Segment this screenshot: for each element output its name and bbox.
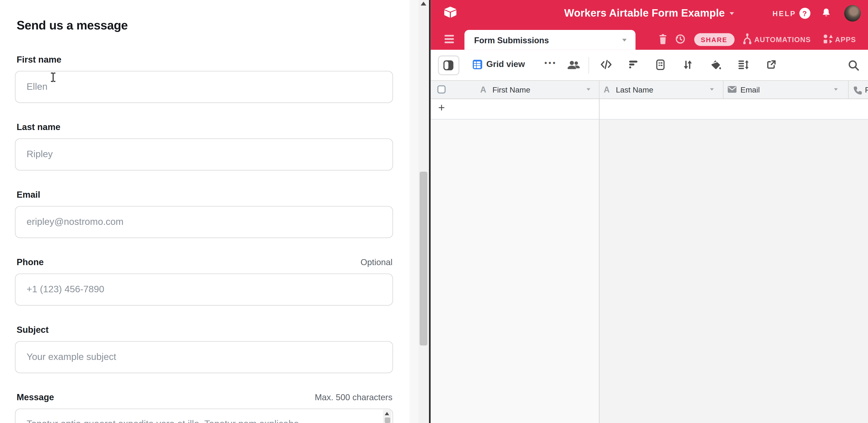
scrollbar-gutter (410, 0, 418, 423)
apps-button[interactable]: APPS (835, 35, 856, 44)
textarea-scrollbar-thumb[interactable] (384, 418, 390, 423)
subject-label: Subject (17, 325, 49, 335)
form-heading: Send us a message (17, 18, 128, 33)
contact-form-panel: Send us a message First name Last name E… (0, 0, 410, 423)
sidebar-panel-icon (443, 60, 453, 70)
hide-fields-icon[interactable] (600, 59, 612, 71)
filter-icon[interactable] (627, 59, 640, 71)
view-name-button[interactable]: Grid view (486, 59, 525, 69)
page-scrollbar[interactable] (410, 0, 429, 423)
sidebar-menu-icon[interactable] (444, 35, 454, 43)
notifications-bell-icon[interactable] (820, 7, 831, 18)
sort-icon[interactable] (682, 59, 694, 71)
share-view-icon[interactable] (766, 59, 778, 71)
column-divider[interactable] (848, 81, 848, 99)
share-label: SHARE (701, 36, 727, 43)
automations-button[interactable]: AUTOMATIONS (754, 35, 811, 44)
message-maxchars-note: Max. 500 characters (315, 393, 392, 402)
grid-view-icon (472, 60, 482, 69)
trash-icon[interactable] (658, 34, 667, 44)
page-scrollbar-thumb[interactable] (420, 172, 427, 345)
base-title[interactable]: Workers Airtable Form Example (564, 7, 725, 19)
email-input[interactable] (15, 206, 393, 238)
column-caret-icon[interactable] (710, 88, 713, 90)
column-divider[interactable] (723, 81, 723, 99)
grid-body-left (430, 120, 599, 423)
help-circle-icon[interactable]: ? (799, 8, 810, 19)
table-tab-caret-icon (622, 38, 626, 41)
column-header-email[interactable]: Email (740, 85, 760, 94)
search-icon[interactable] (847, 59, 860, 71)
table-tab-label: Form Submissions (474, 35, 622, 44)
subject-input[interactable] (15, 341, 393, 373)
message-field-group: Message Max. 500 characters (15, 393, 393, 423)
column-caret-icon[interactable] (586, 88, 590, 90)
last-name-input[interactable] (15, 138, 393, 171)
collaborators-icon[interactable] (566, 60, 580, 70)
column-caret-icon[interactable] (834, 88, 837, 90)
first-name-field-group: First name (15, 55, 393, 103)
message-label: Message (17, 393, 54, 402)
phone-input[interactable] (15, 273, 393, 306)
email-label: Email (17, 190, 40, 200)
view-toolbar: Grid view ••• (430, 50, 868, 80)
question-mark: ? (802, 9, 807, 18)
email-field-group: Email (15, 190, 393, 238)
phone-field-type-icon (853, 86, 862, 95)
table-tab-form-submissions[interactable]: Form Submissions (464, 30, 635, 50)
history-icon[interactable] (674, 33, 686, 45)
text-cursor (50, 72, 56, 82)
grid-column-line (599, 99, 599, 423)
row-height-icon[interactable] (737, 59, 749, 71)
last-name-label: Last name (17, 122, 60, 132)
plus-icon[interactable]: + (438, 101, 445, 114)
more-icon[interactable]: ••• (545, 59, 557, 67)
phone-field-group: Phone Optional (15, 258, 393, 306)
share-button[interactable]: SHARE (694, 33, 734, 46)
group-icon[interactable] (655, 59, 667, 71)
first-name-input[interactable] (15, 71, 393, 103)
message-textarea[interactable] (15, 409, 393, 423)
color-icon[interactable] (710, 59, 722, 71)
column-header-phone[interactable]: Phone (865, 85, 868, 94)
text-field-type-icon: A (480, 85, 486, 94)
text-field-type-icon: A (604, 85, 610, 94)
textarea-scrollbar[interactable] (383, 410, 392, 423)
column-divider[interactable] (599, 81, 599, 99)
user-avatar[interactable] (844, 5, 860, 22)
select-all-checkbox[interactable] (437, 85, 445, 93)
column-header-first-name[interactable]: First Name (492, 85, 530, 94)
airtable-topbar: Workers Airtable Form Example HELP ? For… (430, 0, 868, 50)
grid-header-row: A First Name A Last Name Email (430, 80, 868, 99)
email-field-type-icon (727, 86, 737, 93)
help-button[interactable]: HELP (773, 9, 796, 18)
airtable-panel: Workers Airtable Form Example HELP ? For… (430, 0, 868, 423)
view-sidebar-toggle-button[interactable] (438, 56, 459, 75)
column-header-last-name[interactable]: Last Name (616, 85, 653, 94)
apps-icon[interactable] (823, 34, 833, 44)
add-record-row[interactable]: + (430, 99, 868, 120)
toolbar-divider (588, 57, 589, 73)
subject-field-group: Subject (15, 325, 393, 373)
grid-body-right (599, 120, 868, 423)
phone-label: Phone (17, 258, 44, 267)
screen: Send us a message First name Last name E… (0, 0, 868, 423)
phone-optional-note: Optional (361, 258, 393, 267)
last-name-field-group: Last name (15, 122, 393, 171)
base-title-caret-icon[interactable] (730, 12, 734, 15)
first-name-label: First name (17, 55, 61, 65)
automations-icon[interactable] (742, 33, 752, 45)
scroll-up-arrow-icon[interactable] (385, 412, 389, 415)
scroll-up-arrow-icon[interactable] (421, 2, 426, 5)
